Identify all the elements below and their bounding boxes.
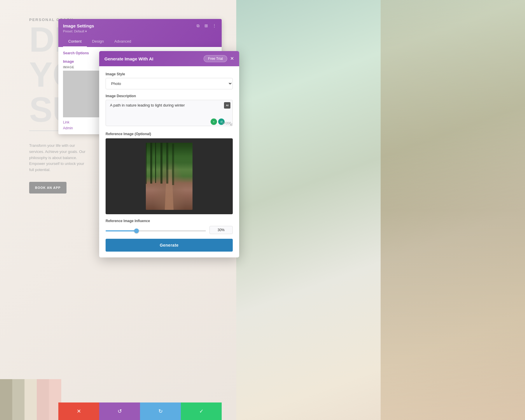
image-style-select[interactable]: Photo Illustration Painting Sketch Abstr…	[106, 78, 233, 89]
swatch-1	[0, 379, 12, 420]
panel-header: Image Settings ⧉ ⊞ ⋮ Preset: Default ▾ C…	[58, 19, 222, 47]
generate-image-modal: Generate Image With AI Free Trial ✕ Imag…	[99, 51, 239, 257]
free-trial-badge[interactable]: Free Trial	[204, 55, 227, 62]
influence-row	[106, 226, 233, 234]
undo-button[interactable]: ↺	[99, 402, 140, 420]
reference-image-container	[106, 138, 233, 214]
description-area: A path in nature leading to light during…	[106, 100, 233, 127]
tab-advanced[interactable]: Advanced	[109, 36, 136, 47]
color-swatches	[0, 379, 61, 420]
influence-label: Reference Image Influence	[106, 219, 233, 223]
modal-close-button[interactable]: ✕	[230, 56, 234, 61]
modal-title: Generate Image With AI	[104, 56, 153, 61]
reference-image-label: Reference Image (Optional)	[106, 132, 233, 136]
swatch-4	[37, 379, 49, 420]
influence-value-input[interactable]	[209, 226, 233, 234]
modal-header-right: Free Trial ✕	[204, 55, 234, 62]
path-highlight	[165, 170, 174, 210]
generate-button[interactable]: Generate	[106, 239, 233, 252]
resize-handle[interactable]: ⤡	[230, 123, 232, 127]
grid-icon[interactable]: ⊞	[204, 23, 209, 28]
panel-title-row: Image Settings ⧉ ⊞ ⋮	[63, 23, 217, 28]
more-options-icon[interactable]: ⋮	[212, 23, 217, 28]
bottom-toolbar: ✕ ↺ ↻ ✓	[58, 402, 222, 420]
swatch-3	[24, 379, 37, 420]
forest-path-image	[146, 143, 192, 210]
redo-button[interactable]: ↻	[140, 402, 181, 420]
image-style-label: Image Style	[106, 72, 233, 76]
background-divider	[29, 130, 58, 131]
slider-container	[106, 227, 206, 233]
influence-section: Reference Image Influence	[106, 219, 233, 234]
panel-icons: ⧉ ⊞ ⋮	[195, 23, 217, 28]
background-body-text: Transform your life with our services. A…	[29, 143, 88, 173]
modal-header: Generate Image With AI Free Trial ✕	[99, 51, 239, 66]
tab-design[interactable]: Design	[87, 36, 109, 47]
copy-icon[interactable]: ⧉	[195, 23, 201, 28]
cancel-button[interactable]: ✕	[58, 402, 99, 420]
panel-preset[interactable]: Preset: Default ▾	[63, 29, 217, 33]
ai-icon[interactable]: AI	[224, 102, 230, 109]
background-book-button[interactable]: BOOK AN APP	[29, 182, 66, 194]
confirm-button[interactable]: ✓	[181, 402, 222, 420]
influence-slider[interactable]	[106, 230, 206, 231]
modal-body: Image Style Photo Illustration Painting …	[99, 66, 239, 257]
tab-content[interactable]: Content	[63, 36, 87, 47]
char-tool-green-button[interactable]: +	[211, 118, 217, 125]
swatch-2	[12, 379, 24, 420]
background-reeds	[381, 0, 525, 420]
image-description-label: Image Description	[106, 94, 233, 98]
panel-title: Image Settings	[63, 23, 94, 28]
background-right-image	[236, 0, 525, 420]
panel-tabs: Content Design Advanced	[63, 36, 217, 47]
